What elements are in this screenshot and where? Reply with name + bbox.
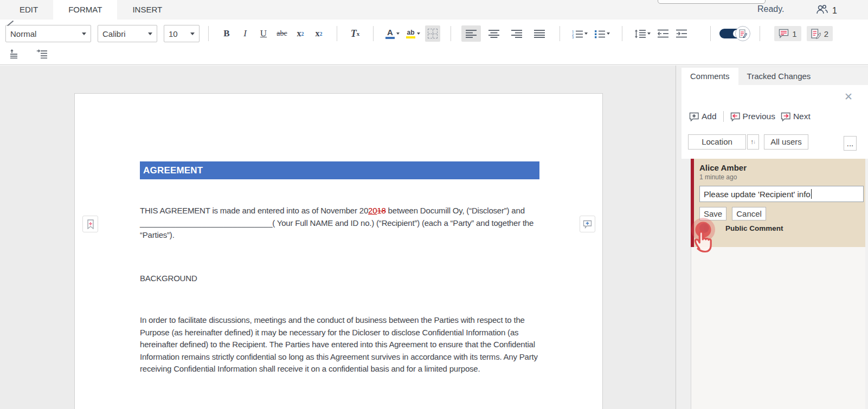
save-button[interactable]: Save [699,207,726,220]
panel-actions: Add Previous Next [689,110,811,123]
toolbar-divider [760,26,760,41]
format-toolbar: Normal Calibri 10 B I U abc x2 x2 [0,20,868,65]
decrease-indent-button[interactable] [655,25,671,42]
status-ready-text: Ready. [757,4,785,14]
highlight-color-icon: ab [406,29,415,38]
close-panel-button[interactable]: ✕ [844,92,853,102]
comment-card: Alice Amber 1 minute ago Please update '… [691,159,865,247]
toolbar-divider [622,26,622,41]
highlight-color-button[interactable]: ab [404,25,422,42]
tracked-deletion: 18 [377,206,385,215]
users-count: 1 [832,6,837,16]
tracked-changes-toggle-icon [735,26,750,41]
subscript-button[interactable]: x2 [311,25,326,42]
chevron-down-icon [417,33,420,35]
comments-panel: Comments Tracked Changes ✕ Add Previous [676,66,868,409]
superscript-icon: x [297,29,301,38]
bullet-list-button[interactable] [593,25,612,42]
sort-by-location-select[interactable]: Location [688,134,746,150]
active-users-indicator[interactable]: 1 [815,3,837,18]
tab-insert[interactable]: INSERT [117,0,177,20]
text-caret [811,189,812,199]
public-comment-checkbox[interactable] [699,223,709,233]
underline-button[interactable]: U [256,25,271,42]
bold-button[interactable]: B [219,25,234,42]
align-right-button[interactable] [507,25,526,42]
document-page[interactable]: AGREEMENT THIS AGREEMENT is made and ent… [74,93,603,409]
line-numbering-button[interactable] [8,47,24,61]
p1-text: THIS AGREEMENT is made and entered into … [140,206,368,215]
sort-direction-button[interactable]: ↑↓ [747,134,759,150]
toolbar-row-2 [8,47,50,61]
toolbar-divider [208,26,209,41]
tab-edit[interactable]: EDIT [4,0,53,20]
add-comment-side-button[interactable] [580,216,595,232]
font-family-value: Calibri [102,29,145,38]
comment-input-value: Please update 'Recipient' info [704,190,811,199]
menu-tabs: EDIT FORMAT INSERT [4,0,177,20]
font-size-select[interactable]: 10 [164,25,200,42]
chevron-down-icon [396,33,400,35]
top-menu-bar: EDIT FORMAT INSERT Ready. 1 [0,0,868,20]
panel-scrollbar-track[interactable] [865,159,868,409]
underline-icon: U [260,28,267,39]
first-line-indent-button[interactable] [34,47,50,61]
users-icon [815,3,829,18]
document-title-bar: AGREEMENT [140,161,539,179]
filter-users-select[interactable]: All users [764,134,808,150]
tracked-insertion: 20 [368,206,377,215]
add-comment-button[interactable]: Add [689,112,717,121]
comments-count-button[interactable]: 1 [774,26,801,41]
public-comment-label: Public Comment [725,224,783,232]
borders-button[interactable] [425,25,440,42]
toolbar-divider [373,26,374,41]
bookmark-plus-icon [87,219,94,229]
toolbar-divider [560,26,560,41]
toolbar-divider [710,26,711,41]
align-left-button[interactable] [461,25,481,42]
comment-bubble-icon [779,29,789,38]
document-paragraph-1: THIS AGREEMENT is made and entered into … [140,205,541,242]
public-comment-row: Public Comment [699,223,865,233]
paragraph-style-select[interactable]: Normal [5,25,91,42]
comment-plus-icon [583,220,592,229]
chevron-down-icon [584,33,588,35]
tracked-changes-count-button[interactable]: 2 [807,26,833,41]
comment-input[interactable]: Please update 'Recipient' info [699,186,864,202]
comment-list-empty-area [691,247,865,409]
more-options-button[interactable]: ... [844,136,857,151]
cutoff-popup-frame [658,0,766,4]
previous-comment-button[interactable]: Previous [730,112,775,121]
increase-indent-icon [676,29,687,38]
comment-buttons: Save Cancel [699,207,865,220]
document-heading-background: BACKGROUND [140,274,197,283]
font-family-select[interactable]: Calibri [98,25,157,42]
cancel-button[interactable]: Cancel [732,207,766,220]
italic-button[interactable]: I [237,25,253,42]
add-bookmark-button[interactable] [82,216,98,232]
align-right-icon [511,29,522,38]
documill-editor-app: EDIT FORMAT INSERT Ready. 1 Normal [0,0,868,409]
increase-indent-button[interactable] [674,25,689,42]
toolbar-divider [337,26,337,41]
line-spacing-button[interactable] [633,25,652,42]
align-justify-button[interactable] [530,25,549,42]
next-comment-button[interactable]: Next [781,112,811,121]
chevron-down-icon [647,33,651,35]
borders-icon [428,29,438,38]
align-center-button[interactable] [484,25,504,42]
panel-tab-tracked-changes[interactable]: Tracked Changes [738,68,820,85]
comment-author: Alice Amber [699,163,865,172]
numbered-list-button[interactable]: 123 [570,25,589,42]
font-color-button[interactable]: A [384,25,401,42]
chevron-down-icon [82,33,86,35]
tab-format[interactable]: FORMAT [53,0,117,20]
subscript-icon: x [316,29,320,38]
clear-formatting-icon: T [351,28,357,40]
panel-tab-comments[interactable]: Comments [681,68,738,85]
superscript-button[interactable]: x2 [293,25,308,42]
tracked-changes-toggle[interactable] [719,25,751,42]
clear-formatting-button[interactable]: Tx [348,25,363,42]
align-center-icon [488,29,499,38]
strikethrough-button[interactable]: abc [274,25,290,42]
